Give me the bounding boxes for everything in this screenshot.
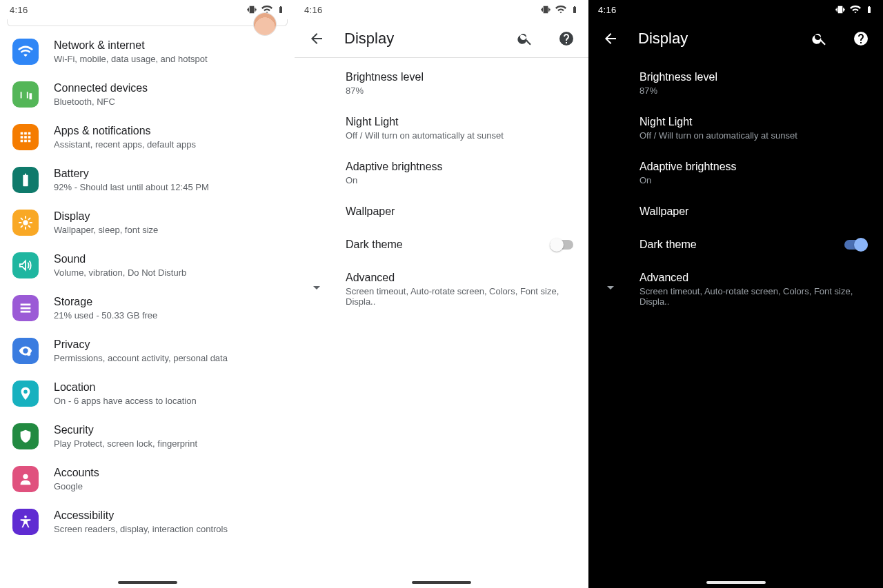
battery-icon — [571, 4, 579, 15]
display-item-subtitle: Off / Will turn on automatically at suns… — [346, 130, 504, 141]
display-item-advanced[interactable]: AdvancedScreen timeout, Auto-rotate scre… — [588, 261, 883, 316]
brightness-icon — [12, 210, 39, 236]
search-card-bottom-edge — [7, 19, 288, 26]
display-item-subtitle: Off / Will turn on automatically at suns… — [639, 130, 797, 141]
settings-item-subtitle: Permissions, account activity, personal … — [54, 353, 228, 363]
devices-icon — [12, 81, 39, 108]
search-icon — [811, 30, 828, 47]
settings-item-subtitle: 21% used - 50.33 GB free — [54, 310, 157, 321]
display-item-subtitle: 87% — [346, 85, 424, 96]
dark-theme-switch[interactable] — [844, 238, 868, 252]
settings-item-title: Security — [54, 423, 197, 437]
settings-item-connected-devices[interactable]: Connected devicesBluetooth, NFC — [0, 73, 295, 116]
status-bar: 4:16 — [295, 0, 588, 19]
display-panel-light: 4:16 Display Brightness level87%Night Li… — [295, 0, 588, 588]
dark-theme-switch[interactable] — [550, 238, 573, 252]
settings-item-location[interactable]: LocationOn - 6 apps have access to locat… — [0, 372, 295, 415]
settings-item-display[interactable]: DisplayWallpaper, sleep, font size — [0, 201, 295, 244]
display-item-subtitle: Screen timeout, Auto-rotate screen, Colo… — [346, 286, 576, 307]
display-item-wallpaper[interactable]: Wallpaper — [295, 195, 588, 228]
nav-pill[interactable] — [412, 581, 471, 584]
display-item-advanced[interactable]: AdvancedScreen timeout, Auto-rotate scre… — [295, 261, 588, 316]
vibrate-icon — [246, 4, 257, 15]
display-item-title: Advanced — [639, 271, 871, 285]
location-icon — [12, 381, 39, 407]
page-title: Display — [638, 30, 792, 48]
app-bar: Display — [588, 19, 883, 58]
nav-pill[interactable] — [118, 581, 177, 584]
battery-icon — [12, 167, 39, 193]
settings-item-title: Storage — [54, 295, 157, 309]
settings-item-network-internet[interactable]: Network & internetWi-Fi, mobile, data us… — [0, 30, 295, 73]
settings-item-privacy[interactable]: PrivacyPermissions, account activity, pe… — [0, 330, 295, 372]
app-bar: Display — [295, 19, 588, 58]
accessibility-icon — [12, 509, 39, 535]
settings-item-title: Accounts — [54, 466, 99, 480]
settings-item-security[interactable]: SecurityPlay Protect, screen lock, finge… — [0, 415, 295, 458]
display-item-title: Dark theme — [639, 238, 697, 252]
help-button[interactable] — [847, 25, 875, 52]
settings-item-title: Network & internet — [54, 39, 208, 52]
display-settings-list: Brightness level87%Night LightOff / Will… — [295, 58, 588, 316]
settings-item-accessibility[interactable]: AccessibilityScreen readers, display, in… — [0, 500, 295, 543]
back-icon — [602, 30, 619, 47]
settings-item-sound[interactable]: SoundVolume, vibration, Do Not Disturb — [0, 244, 295, 287]
display-item-subtitle: On — [346, 175, 443, 185]
nav-pill[interactable] — [706, 581, 766, 584]
vibrate-icon — [835, 4, 846, 15]
back-button[interactable] — [303, 25, 330, 52]
display-item-darktheme[interactable]: Dark theme — [588, 228, 883, 261]
status-bar: 4:16 — [0, 0, 295, 19]
display-item-title: Night Light — [639, 115, 797, 129]
display-item-subtitle: On — [639, 175, 737, 185]
settings-item-title: Connected devices — [54, 81, 148, 95]
display-item-title: Dark theme — [346, 238, 403, 252]
vibrate-icon — [540, 4, 551, 15]
display-item-brightness[interactable]: Brightness level87% — [588, 61, 883, 105]
display-item-darktheme[interactable]: Dark theme — [295, 228, 588, 261]
help-button[interactable] — [553, 25, 580, 52]
help-icon — [558, 30, 575, 47]
settings-item-subtitle: Google — [54, 481, 99, 491]
settings-item-storage[interactable]: Storage21% used - 50.33 GB free — [0, 287, 295, 330]
settings-item-title: Display — [54, 210, 158, 223]
display-item-brightness[interactable]: Brightness level87% — [295, 61, 588, 105]
display-item-subtitle: Screen timeout, Auto-rotate screen, Colo… — [639, 286, 871, 307]
settings-item-battery[interactable]: Battery92% - Should last until about 12:… — [0, 159, 295, 201]
chevron-down-icon — [308, 279, 325, 298]
apps-icon — [12, 124, 39, 150]
display-item-wallpaper[interactable]: Wallpaper — [588, 195, 883, 228]
search-button[interactable] — [511, 25, 539, 52]
settings-item-apps-notifications[interactable]: Apps & notificationsAssistant, recent ap… — [0, 116, 295, 159]
display-item-title: Advanced — [346, 271, 576, 285]
display-item-title: Brightness level — [346, 70, 424, 84]
settings-item-title: Apps & notifications — [54, 124, 196, 138]
help-icon — [853, 30, 869, 47]
wifi-icon — [850, 4, 861, 15]
page-title: Display — [344, 30, 497, 48]
settings-item-title: Privacy — [54, 338, 228, 352]
search-button[interactable] — [806, 25, 833, 52]
display-item-title: Adaptive brightness — [346, 160, 443, 174]
settings-item-subtitle: Wi-Fi, mobile, data usage, and hotspot — [54, 54, 208, 64]
battery-icon — [277, 4, 285, 15]
back-icon — [308, 30, 325, 47]
sound-icon — [12, 252, 39, 278]
profile-avatar[interactable] — [253, 12, 277, 36]
settings-item-subtitle: 92% - Should last until about 12:45 PM — [54, 182, 209, 192]
search-icon — [517, 30, 533, 47]
settings-item-subtitle: Play Protect, screen lock, fingerprint — [54, 438, 197, 449]
display-item-nightlight[interactable]: Night LightOff / Will turn on automatica… — [588, 105, 883, 150]
display-panel-dark: 4:16 Display Brightness level87%Night Li… — [588, 0, 883, 588]
settings-item-accounts[interactable]: AccountsGoogle — [0, 458, 295, 500]
wifi-icon — [12, 39, 39, 65]
display-item-adaptive[interactable]: Adaptive brightnessOn — [295, 150, 588, 195]
wifi-icon — [555, 4, 566, 15]
back-button[interactable] — [597, 25, 624, 52]
settings-list: Network & internetWi-Fi, mobile, data us… — [0, 26, 295, 543]
settings-item-subtitle: Screen readers, display, interaction con… — [54, 524, 228, 534]
battery-icon — [865, 4, 873, 15]
display-item-nightlight[interactable]: Night LightOff / Will turn on automatica… — [295, 105, 588, 150]
display-item-title: Night Light — [346, 115, 504, 129]
display-item-adaptive[interactable]: Adaptive brightnessOn — [588, 150, 883, 195]
